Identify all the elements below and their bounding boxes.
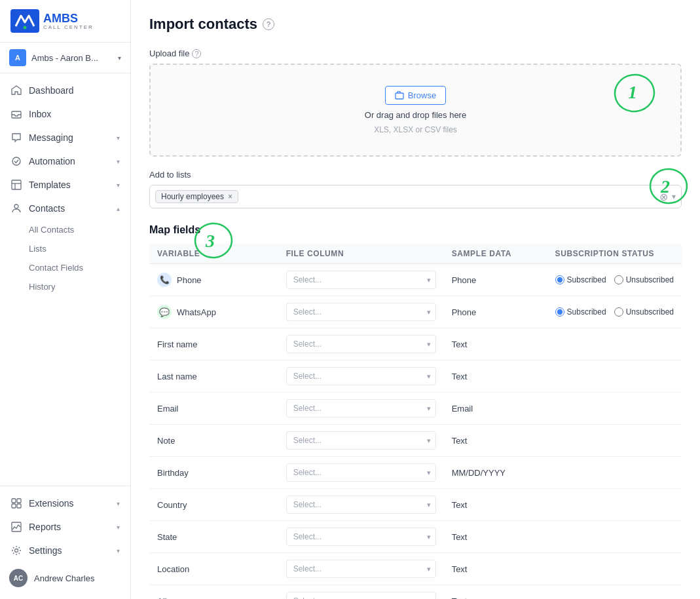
sidebar-item-label: Templates: [29, 180, 110, 190]
field-column-cell[interactable]: Select...: [278, 328, 444, 360]
field-column-cell[interactable]: Select...: [278, 393, 444, 425]
field-column-cell[interactable]: Select...: [278, 553, 444, 585]
chevron-up-icon: ▴: [117, 205, 120, 212]
extensions-icon: [10, 497, 22, 509]
sidebar-item-label: Extensions: [29, 498, 110, 509]
unsubscribed-radio-input[interactable]: [614, 275, 623, 284]
sidebar-item-reports[interactable]: Reports ▾: [0, 515, 130, 539]
file-column-select[interactable]: Select...: [286, 560, 436, 578]
sidebar-item-label: Contacts: [29, 203, 110, 214]
sidebar-item-all-contacts[interactable]: All Contacts: [0, 220, 130, 239]
sample-data-value: Text: [452, 372, 468, 381]
file-column-select-wrapper[interactable]: Select...: [286, 367, 436, 385]
file-column-select-wrapper[interactable]: Select...: [286, 271, 436, 289]
add-to-lists-section: Add to lists Hourly employees × ⊗ ▾ 2: [149, 170, 682, 208]
file-column-select[interactable]: Select...: [286, 431, 436, 450]
file-column-select[interactable]: Select...: [286, 303, 436, 321]
sample-data-value: Text: [452, 500, 468, 510]
sidebar-item-contacts[interactable]: Contacts ▴: [0, 197, 130, 220]
sidebar-item-dashboard[interactable]: Dashboard: [0, 79, 130, 102]
file-column-select-wrapper[interactable]: Select...: [286, 303, 436, 321]
field-name: Birthday: [157, 468, 270, 478]
table-row: First name Select... Text: [149, 328, 682, 360]
help-icon[interactable]: ?: [263, 18, 274, 30]
sample-data-value: Text: [452, 436, 468, 446]
user-name: Andrew Charles: [34, 573, 95, 583]
file-column-select[interactable]: Select...: [286, 495, 436, 514]
sidebar-item-settings[interactable]: Settings ▾: [0, 539, 130, 562]
subscribed-radio-input[interactable]: [555, 307, 564, 317]
file-column-select-wrapper[interactable]: Select...: [286, 463, 436, 482]
subscription-status-cell: [547, 457, 682, 489]
file-column-select[interactable]: Select...: [286, 271, 436, 289]
sample-data-value: Phone: [452, 307, 477, 317]
logo-sub: CALL CENTER: [43, 24, 94, 30]
logo-icon: [10, 9, 39, 33]
page-title-row: Import contacts ?: [149, 16, 682, 33]
file-column-select[interactable]: Select...: [286, 528, 436, 546]
file-column-select[interactable]: Select...: [286, 335, 436, 353]
sidebar-item-automation[interactable]: Automation ▾: [0, 149, 130, 173]
upload-help-icon[interactable]: ?: [192, 49, 201, 58]
file-column-select[interactable]: Select...: [286, 592, 436, 599]
sidebar-item-history[interactable]: History: [0, 277, 130, 296]
unsubscribed-radio-input[interactable]: [614, 307, 623, 317]
sidebar-bottom: Extensions ▾ Reports ▾ Settings ▾ AC And…: [0, 486, 130, 599]
upload-area[interactable]: Browse Or drag and drop files here XLS, …: [149, 64, 682, 157]
subscribed-radio-input[interactable]: [555, 275, 564, 284]
column-variable: Variable: [149, 244, 278, 264]
sidebar-item-inbox[interactable]: Inbox: [0, 102, 130, 126]
file-column-select-wrapper[interactable]: Select...: [286, 592, 436, 599]
field-column-cell[interactable]: Select...: [278, 457, 444, 489]
annotation-circle-1: 1: [608, 68, 661, 121]
subscribed-radio[interactable]: Subscribed: [555, 307, 606, 317]
user-profile[interactable]: AC Andrew Charles: [0, 562, 130, 594]
file-column-select-wrapper[interactable]: Select...: [286, 560, 436, 578]
field-column-cell[interactable]: Select...: [278, 585, 444, 600]
contacts-submenu: All Contacts Lists Contact Fields Histor…: [0, 220, 130, 296]
field-variable-cell: 📞Phone: [149, 264, 278, 296]
field-column-cell[interactable]: Select...: [278, 264, 444, 296]
tag-remove-icon[interactable]: ×: [228, 192, 232, 201]
unsubscribed-radio[interactable]: Unsubscribed: [614, 275, 674, 284]
file-column-select-wrapper[interactable]: Select...: [286, 495, 436, 514]
account-switcher[interactable]: A Ambs - Aaron B... ▾: [0, 43, 130, 73]
field-column-cell[interactable]: Select...: [278, 489, 444, 521]
field-name: State: [157, 532, 270, 542]
file-column-select-wrapper[interactable]: Select...: [286, 399, 436, 417]
svg-rect-3: [12, 180, 21, 189]
sidebar-item-extensions[interactable]: Extensions ▾: [0, 492, 130, 515]
file-column-select-wrapper[interactable]: Select...: [286, 431, 436, 450]
map-fields-title: Map fields: [149, 224, 200, 236]
field-column-cell[interactable]: Select...: [278, 425, 444, 457]
table-row: Location Select... Text: [149, 553, 682, 585]
file-column-select[interactable]: Select...: [286, 463, 436, 482]
page-title: Import contacts: [149, 16, 257, 33]
sidebar-item-messaging[interactable]: Messaging ▾: [0, 126, 130, 149]
file-column-select-wrapper[interactable]: Select...: [286, 335, 436, 353]
file-column-select[interactable]: Select...: [286, 367, 436, 385]
column-sample: Sample data: [444, 244, 547, 264]
account-avatar: A: [9, 49, 26, 66]
logo-text: AMBS: [43, 12, 94, 24]
subscription-status-cell: [547, 553, 682, 585]
sidebar-item-contact-fields[interactable]: Contact Fields: [0, 258, 130, 277]
clear-icon[interactable]: ⊗: [659, 191, 668, 203]
file-column-select-wrapper[interactable]: Select...: [286, 528, 436, 546]
field-column-cell[interactable]: Select...: [278, 521, 444, 553]
unsubscribed-radio[interactable]: Unsubscribed: [614, 307, 674, 317]
field-column-cell[interactable]: Select...: [278, 360, 444, 393]
nav-items: Dashboard Inbox Messaging ▾ Automation ▾: [0, 73, 130, 486]
sample-data-value: Text: [452, 532, 468, 542]
field-column-cell[interactable]: Select...: [278, 296, 444, 328]
sample-data-value: Email: [452, 404, 473, 414]
sample-data-cell: Text: [444, 425, 547, 457]
file-column-select[interactable]: Select...: [286, 399, 436, 417]
sidebar-item-templates[interactable]: Templates ▾: [0, 173, 130, 197]
lists-input[interactable]: Hourly employees × ⊗ ▾: [149, 185, 682, 208]
browse-button[interactable]: Browse: [385, 86, 446, 105]
subscribed-radio[interactable]: Subscribed: [555, 275, 606, 284]
sidebar-item-lists[interactable]: Lists: [0, 239, 130, 258]
sidebar-item-label: Inbox: [29, 109, 120, 119]
dropdown-icon[interactable]: ▾: [672, 192, 676, 201]
